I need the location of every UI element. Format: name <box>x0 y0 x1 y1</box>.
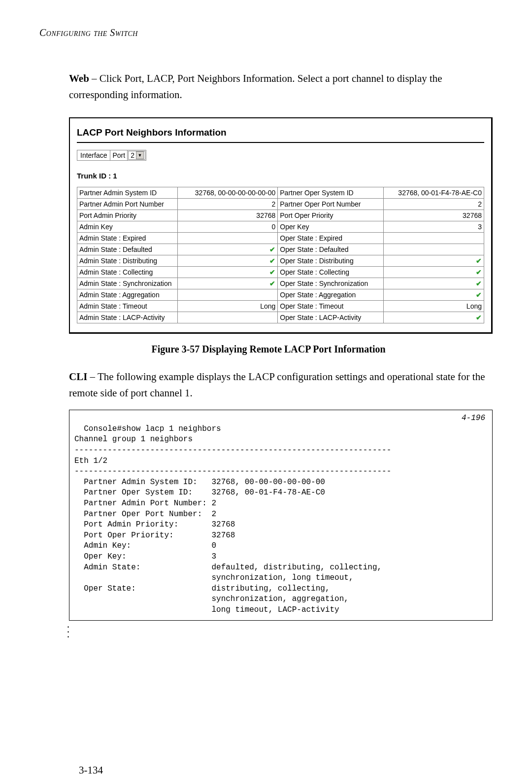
cell-val: ✔ <box>177 278 278 289</box>
cell-val: 32768 <box>384 210 484 221</box>
cell-val: ✔ <box>384 267 484 278</box>
cell-val: 32768, 00-01-F4-78-AE-C0 <box>384 187 484 199</box>
cell-key: Admin State : LACP-Activity <box>77 312 178 323</box>
ellipsis-icon: ... <box>67 622 498 636</box>
web-label: Web <box>69 72 89 84</box>
cell-val: Long <box>177 301 278 312</box>
cli-intro-text: – The following example displays the LAC… <box>69 371 485 399</box>
cell-key: Oper State : Distributing <box>278 255 384 267</box>
table-row: Partner Admin System ID32768, 00-00-00-0… <box>77 187 484 199</box>
check-icon: ✔ <box>476 291 482 299</box>
interface-selector: Interface Port 2 ▼ <box>77 150 146 161</box>
cell-val: 3 <box>384 221 484 233</box>
table-row: Admin State : Synchronization✔Oper State… <box>77 278 484 289</box>
cell-key: Partner Oper System ID <box>278 187 384 199</box>
table-row: Admin State : AggregationOper State : Ag… <box>77 289 484 301</box>
table-row: Admin State : Collecting✔Oper State : Co… <box>77 267 484 278</box>
cell-val <box>384 244 484 255</box>
cell-val: ✔ <box>384 255 484 267</box>
check-icon: ✔ <box>476 257 482 265</box>
interface-type: Port <box>110 150 128 160</box>
panel-title: LACP Port Neighbors Information <box>77 127 484 138</box>
cell-val: 32768, 00-00-00-00-00-00 <box>177 187 278 199</box>
cell-key: Oper State : Synchronization <box>278 278 384 289</box>
figure-caption: Figure 3-57 Displaying Remote LACP Port … <box>39 344 498 355</box>
cell-key: Admin State : Collecting <box>77 267 178 278</box>
cell-key: Port Admin Priority <box>77 210 178 221</box>
table-row: Admin State : ExpiredOper State : Expire… <box>77 233 484 244</box>
neighbors-table: Partner Admin System ID32768, 00-00-00-0… <box>77 187 484 323</box>
cell-val: ✔ <box>384 289 484 301</box>
cell-val: Long <box>384 301 484 312</box>
cell-val: 2 <box>177 199 278 210</box>
cli-output: 4-196Console#show lacp 1 neighbors Chann… <box>69 410 493 621</box>
web-intro-text: – Click Port, LACP, Port Neighbors Infor… <box>69 72 442 101</box>
cell-val <box>177 312 278 323</box>
table-row: Admin State : TimeoutLongOper State : Ti… <box>77 301 484 312</box>
cli-text: Console#show lacp 1 neighbors Channel gr… <box>74 424 391 614</box>
lacp-panel: LACP Port Neighbors Information Interfac… <box>69 117 493 334</box>
cell-val: 32768 <box>177 210 278 221</box>
interface-label: Interface <box>77 150 110 160</box>
page-number: 3-134 <box>79 764 103 774</box>
cell-val <box>177 289 278 301</box>
cell-val: ✔ <box>177 255 278 267</box>
cell-val <box>384 233 484 244</box>
cell-key: Oper State : Timeout <box>278 301 384 312</box>
cell-key: Partner Admin System ID <box>77 187 178 199</box>
cell-val: ✔ <box>384 278 484 289</box>
cell-val: 0 <box>177 221 278 233</box>
check-icon: ✔ <box>476 268 482 276</box>
cell-key: Admin State : Distributing <box>77 255 178 267</box>
chevron-down-icon[interactable]: ▼ <box>136 151 144 159</box>
port-select[interactable]: 2 ▼ <box>128 151 145 160</box>
cell-val <box>177 233 278 244</box>
check-icon: ✔ <box>476 280 482 287</box>
cell-key: Partner Oper Port Number <box>278 199 384 210</box>
table-row: Admin State : Distributing✔Oper State : … <box>77 255 484 267</box>
cell-val: ✔ <box>384 312 484 323</box>
page-header: Configuring the Switch <box>39 27 498 38</box>
cell-val: 2 <box>384 199 484 210</box>
check-icon: ✔ <box>269 280 275 287</box>
table-row: Admin State : LACP-ActivityOper State : … <box>77 312 484 323</box>
web-intro: Web – Click Port, LACP, Port Neighbors I… <box>69 70 493 103</box>
cell-key: Port Oper Priority <box>278 210 384 221</box>
table-row: Port Admin Priority32768Port Oper Priori… <box>77 210 484 221</box>
check-icon: ✔ <box>476 314 482 321</box>
cli-intro: CLI – The following example displays the… <box>69 369 493 401</box>
check-icon: ✔ <box>269 257 275 265</box>
table-row: Admin Key0Oper Key3 <box>77 221 484 233</box>
check-icon: ✔ <box>269 246 275 253</box>
cli-label: CLI <box>69 371 87 383</box>
cell-key: Oper State : LACP-Activity <box>278 312 384 323</box>
cell-val: ✔ <box>177 244 278 255</box>
divider <box>77 142 484 143</box>
check-icon: ✔ <box>269 268 275 276</box>
cell-key: Oper Key <box>278 221 384 233</box>
cli-page-ref: 4-196 <box>462 413 485 424</box>
cell-key: Partner Admin Port Number <box>77 199 178 210</box>
cell-key: Admin Key <box>77 221 178 233</box>
cell-key: Oper State : Collecting <box>278 267 384 278</box>
cell-key: Admin State : Timeout <box>77 301 178 312</box>
cell-key: Admin State : Aggregation <box>77 289 178 301</box>
port-select-value: 2 <box>131 151 134 159</box>
cell-key: Oper State : Expired <box>278 233 384 244</box>
trunk-id: Trunk ID : 1 <box>77 172 484 180</box>
cell-key: Oper State : Aggregation <box>278 289 384 301</box>
cell-key: Admin State : Expired <box>77 233 178 244</box>
cell-key: Admin State : Defaulted <box>77 244 178 255</box>
table-row: Admin State : Defaulted✔Oper State : Def… <box>77 244 484 255</box>
cell-val: ✔ <box>177 267 278 278</box>
cell-key: Admin State : Synchronization <box>77 278 178 289</box>
table-row: Partner Admin Port Number2Partner Oper P… <box>77 199 484 210</box>
cell-key: Oper State : Defaulted <box>278 244 384 255</box>
